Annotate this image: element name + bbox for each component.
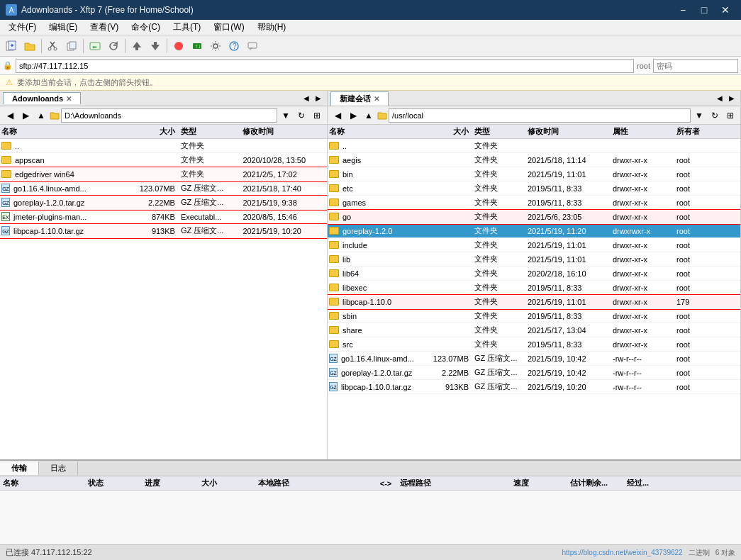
right-file-type: 文件夹 [474,155,528,165]
right-file-row[interactable]: lib64 文件夹 2020/2/18, 16:10 drwxr-xr-x ro… [328,267,740,281]
minimize-button[interactable]: − [673,3,693,17]
svg-text:?: ? [233,43,237,50]
window-controls: − □ ✕ [673,3,735,17]
right-file-owner: root [676,369,712,377]
menu-view[interactable]: 查看(V) [84,20,124,35]
tb-connect[interactable] [170,38,187,55]
tb-settings[interactable] [207,38,224,55]
tb-copy[interactable] [63,38,80,55]
tb-down[interactable] [147,38,164,55]
right-file-row[interactable]: etc 文件夹 2019/5/11, 8:33 drwxr-xr-x root [328,181,740,196]
left-file-row[interactable]: GZlibpcap-1.10.0.tar.gz 913KB GZ 压缩文... … [0,224,327,238]
left-tab-prev[interactable]: ◀ [301,93,312,104]
right-file-date: 2019/5/11, 8:33 [528,340,613,349]
left-filter-btn[interactable]: ⊞ [310,108,324,123]
maximize-button[interactable]: □ [694,3,714,17]
status-link[interactable]: https://blog.csdn.net/weixin_43739622 [562,549,683,556]
tb-connected[interactable]: ↑↓ [189,38,206,55]
right-file-row[interactable]: sbin 文件夹 2019/5/11, 8:33 drwxr-xr-x root [328,309,740,323]
transfer-tab-transfer[interactable]: 传输 [0,461,39,475]
left-file-row[interactable]: .. 文件夹 [0,139,327,153]
tb-refresh[interactable] [105,38,122,55]
right-path-input[interactable] [389,108,691,123]
right-file-row[interactable]: share 文件夹 2021/5/17, 13:04 drwxr-xr-x ro… [328,323,740,337]
menu-file[interactable]: 文件(F) [3,20,42,35]
right-file-owner: root [676,170,712,179]
left-file-row[interactable]: edgedriver win64 文件夹 2021/2/5, 17:02 [0,167,327,181]
left-back-button[interactable]: ◀ [3,108,17,123]
menu-tools[interactable]: 工具(T) [167,20,206,35]
menu-help[interactable]: 帮助(H) [252,20,292,35]
close-button[interactable]: ✕ [715,3,735,17]
tb-cut[interactable] [45,38,62,55]
transfer-tab-log[interactable]: 日志 [39,461,78,475]
right-file-date: 2021/5/19, 11:01 [528,298,613,306]
right-file-row[interactable]: src 文件夹 2019/5/11, 8:33 drwxr-xr-x root [328,337,740,352]
tb-chat[interactable] [244,38,261,55]
right-file-row[interactable]: GZgoreplay-1.2.0.tar.gz 2.22MB GZ 压缩文...… [328,366,740,380]
left-path-dropdown[interactable]: ▼ [279,108,293,123]
tb-open-session[interactable] [21,38,38,55]
tb-new-session[interactable] [3,38,20,55]
right-file-row[interactable]: games 文件夹 2019/5/11, 8:33 drwxr-xr-x roo… [328,196,740,210]
password-input[interactable] [653,59,738,73]
right-file-row[interactable]: libpcap-1.10.0 文件夹 2021/5/19, 11:01 drwx… [328,295,740,309]
tb-up[interactable] [128,38,145,55]
transfer-tabs: 传输 日志 [0,461,741,476]
right-file-row[interactable]: aegis 文件夹 2021/5/18, 11:14 drwxr-xr-x ro… [328,153,740,167]
left-file-row[interactable]: GZgoreplay-1.2.0.tar.gz 2.22MB GZ 压缩文...… [0,196,327,210]
tb-transfer-left[interactable]: ⬅ [87,38,104,55]
right-up-button[interactable]: ▲ [362,108,376,123]
right-file-row[interactable]: go 文件夹 2021/5/6, 23:05 drwxr-xr-x root [328,210,740,224]
right-file-attr: -rw-r--r-- [613,354,676,363]
left-file-name: .. [1,142,126,150]
left-file-row[interactable]: GZgo1.16.4.linux-amd... 123.07MB GZ 压缩文.… [0,181,327,196]
left-file-row[interactable]: appscan 文件夹 2020/10/28, 13:50 [0,153,327,167]
left-panel-tab-bar: Adownloands ✕ ◀ ▶ [0,91,327,106]
left-tab-close[interactable]: ✕ [66,95,72,103]
right-tab-prev[interactable]: ◀ [714,93,725,104]
right-panel-tab[interactable]: 新建会话 ✕ [330,91,389,106]
left-refresh-btn[interactable]: ↻ [294,108,308,123]
left-fwd-button[interactable]: ▶ [18,108,33,123]
menu-window[interactable]: 窗口(W) [208,20,250,35]
tb-help[interactable]: ? [225,38,243,55]
right-back-button[interactable]: ◀ [330,108,345,123]
right-fwd-button[interactable]: ▶ [346,108,360,123]
right-file-type: 文件夹 [474,211,528,222]
right-file-row[interactable]: GZgo1.16.4.linux-amd... 123.07MB GZ 压缩文.… [328,352,740,366]
right-refresh-btn[interactable]: ↻ [708,108,722,123]
right-file-row[interactable]: include 文件夹 2021/5/19, 11:01 drwxr-xr-x … [328,238,740,252]
transfer-content [0,491,741,544]
right-file-owner: root [676,340,712,349]
left-panel-tab[interactable]: Adownloands ✕ [3,92,81,104]
right-file-row[interactable]: goreplay-1.2.0 文件夹 2021/5/19, 11:20 drwx… [328,224,740,238]
left-file-type: 文件夹 [181,140,243,151]
menu-edit[interactable]: 编辑(E) [43,20,83,35]
left-path-input[interactable] [61,108,277,123]
left-file-row[interactable]: EXjmeter-plugins-man... 874KB Executabl.… [0,210,327,224]
right-col-attr: 属性 [613,126,676,137]
right-file-date: 2019/5/11, 8:33 [528,184,613,193]
right-file-date: 2021/5/19, 10:42 [528,369,613,377]
left-file-size: 123.07MB [126,184,181,193]
right-file-date: 2021/5/19, 10:42 [528,354,613,363]
sftp-address-input[interactable] [16,59,634,73]
right-tab-next[interactable]: ▶ [726,93,737,104]
right-path-dropdown[interactable]: ▼ [692,108,706,123]
left-tab-next[interactable]: ▶ [313,93,324,104]
right-file-row[interactable]: lib 文件夹 2021/5/19, 11:01 drwxr-xr-x root [328,252,740,267]
right-file-row[interactable]: libexec 文件夹 2019/5/11, 8:33 drwxr-xr-x r… [328,281,740,295]
right-file-name: games [329,198,421,207]
left-file-date: 2021/5/18, 17:40 [243,184,325,193]
right-file-row[interactable]: GZlibpcap-1.10.0.tar.gz 913KB GZ 压缩文... … [328,380,740,394]
right-file-row[interactable]: .. 文件夹 [328,139,740,153]
left-up-button[interactable]: ▲ [34,108,48,123]
menu-command[interactable]: 命令(C) [126,20,166,35]
right-tab-close[interactable]: ✕ [374,95,379,103]
left-file-date: 2021/5/19, 9:38 [243,198,325,207]
left-file-type: 文件夹 [181,169,243,179]
right-file-type: 文件夹 [474,140,528,151]
right-filter-btn[interactable]: ⊞ [723,108,737,123]
right-file-row[interactable]: bin 文件夹 2021/5/19, 11:01 drwxr-xr-x root [328,167,740,181]
